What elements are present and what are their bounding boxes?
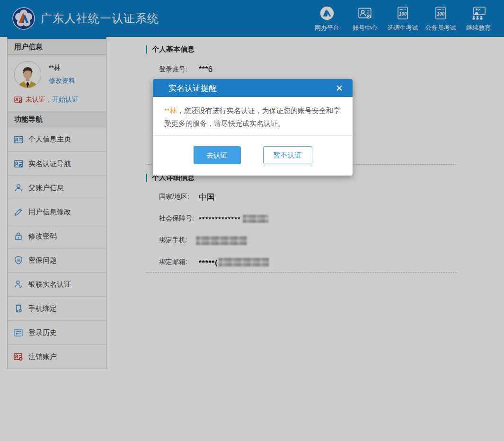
modal-message: **林，您还没有进行实名认证，为保证您的账号安全和享受更多的服务，请尽快完成实名… (153, 97, 353, 136)
not-now-button[interactable]: 暂不认证 (263, 146, 312, 164)
go-verify-button[interactable]: 去认证 (194, 146, 241, 164)
modal-footer: 去认证 暂不认证 (153, 136, 353, 176)
user-name-highlight: **林 (164, 106, 177, 115)
realname-reminder-modal: 实名认证提醒 ✕ **林，您还没有进行实名认证，为保证您的账号安全和享受更多的服… (153, 79, 353, 176)
page: 广东人社统一认证系统 网办平台 (0, 0, 504, 441)
close-icon[interactable]: ✕ (336, 84, 343, 93)
modal-backdrop (0, 0, 504, 441)
modal-message-text: ，您还没有进行实名认证，为保证您的账号安全和享受更多的服务，请尽快完成实名认证。 (164, 106, 340, 127)
modal-title: 实名认证提醒 (168, 83, 217, 94)
modal-header: 实名认证提醒 ✕ (153, 79, 353, 97)
